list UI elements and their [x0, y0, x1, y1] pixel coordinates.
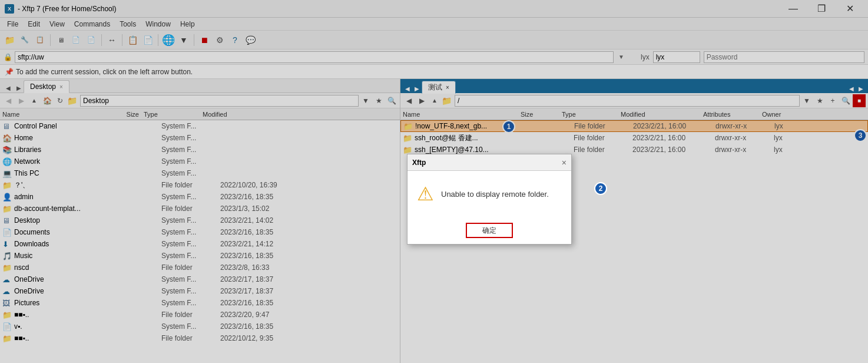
dialog: Xftp × ⚠ Unable to display remote folder…	[407, 154, 572, 245]
dialog-titlebar: Xftp ×	[408, 154, 571, 171]
dialog-content: ⚠ Unable to display remote folder.	[408, 171, 571, 217]
dialog-overlay: Xftp × ⚠ Unable to display remote folder…	[0, 0, 868, 363]
warning-icon: ⚠	[417, 183, 434, 205]
dialog-title: Xftp	[412, 159, 426, 167]
dialog-ok-button[interactable]: 确定	[466, 223, 513, 238]
dialog-message: Unable to display remote folder.	[441, 190, 549, 199]
dialog-footer: 确定	[408, 217, 571, 244]
badge-2: 2	[594, 182, 607, 195]
dialog-close-button[interactable]: ×	[562, 158, 566, 167]
